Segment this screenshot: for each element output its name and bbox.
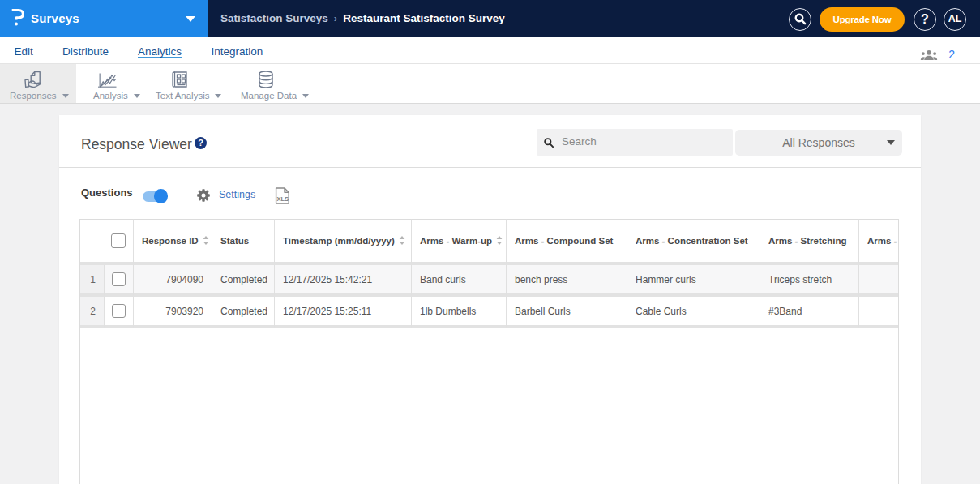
svg-text:XLS: XLS — [277, 195, 289, 202]
